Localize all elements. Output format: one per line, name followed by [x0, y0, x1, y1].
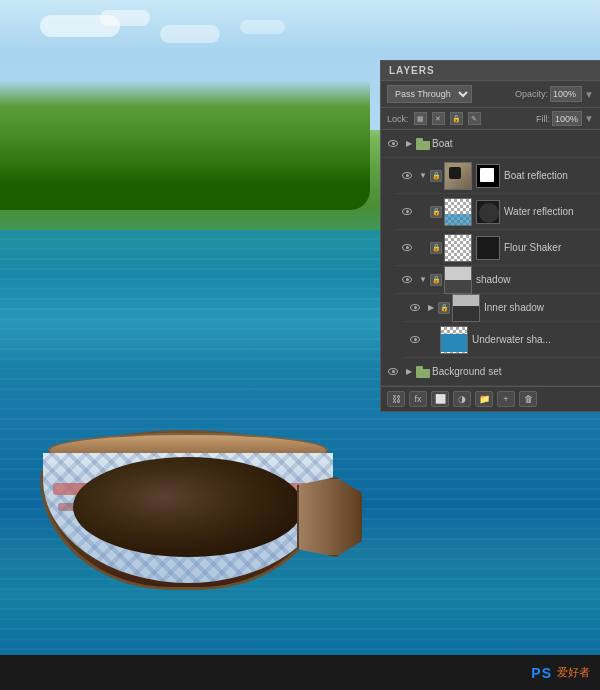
flour-thumb	[444, 234, 472, 262]
boat-group-name: Boat	[432, 138, 596, 149]
expand-wr[interactable]	[417, 206, 429, 218]
underwater-name: Underwater sha...	[472, 334, 596, 345]
expand-flour	[417, 242, 429, 254]
layers-bottom-toolbar: ⛓ fx ⬜ ◑ 📁 + 🗑	[381, 386, 600, 411]
bottom-bar: PS 爱好者	[0, 655, 600, 690]
fill-label: Fill:	[536, 114, 550, 124]
trees	[0, 80, 370, 210]
fill-arrow[interactable]: ▼	[584, 113, 594, 124]
expand-background[interactable]: ▶	[403, 366, 415, 378]
bg-icons	[416, 366, 430, 378]
expand-underwater	[425, 334, 437, 346]
layers-toolbar: Pass Through Opacity: ▼	[381, 81, 600, 108]
boat-reflection-mask	[476, 164, 500, 188]
boat-layer-icons	[416, 138, 430, 150]
ps-logo: PS	[531, 665, 552, 681]
flour-name: Flour Shaker	[504, 242, 596, 253]
fill-input[interactable]	[552, 111, 582, 126]
expand-boat-reflection[interactable]: ▼	[417, 170, 429, 182]
lock-icon-wr: 🔒	[430, 206, 442, 218]
inner-shadow-name: Inner shadow	[484, 302, 596, 313]
eye-boat-reflection[interactable]	[399, 168, 415, 184]
eye-water-reflection[interactable]	[399, 204, 415, 220]
bowl-inner	[73, 457, 303, 557]
new-folder-btn[interactable]: 📁	[475, 391, 493, 407]
layer-background-set[interactable]: ▶ Background set	[381, 358, 600, 386]
flour-icons: 🔒	[430, 242, 442, 254]
layer-flour-shaker[interactable]: 🔒 Flour Shaker	[395, 230, 600, 266]
lock-all-icon[interactable]: 🔒	[450, 112, 463, 125]
inner-shadow-icons: 🔒	[438, 302, 450, 314]
eye-boat[interactable]	[385, 136, 401, 152]
eye-flour[interactable]	[399, 240, 415, 256]
expand-shadow[interactable]: ▼	[417, 274, 429, 286]
layer-inner-shadow[interactable]: ▶ 🔒 Inner shadow	[403, 294, 600, 322]
layer-boat-reflection[interactable]: ▼ 🔒 Boat reflection	[395, 158, 600, 194]
opacity-input[interactable]	[550, 86, 582, 102]
water-reflection-name: Water reflection	[504, 206, 596, 217]
eye-inner-shadow[interactable]	[407, 300, 423, 316]
water-reflection-mask	[476, 200, 500, 224]
flour-mask	[476, 236, 500, 260]
layer-shadow-group[interactable]: ▼ 🔒 shadow	[395, 266, 600, 294]
blend-mode-select[interactable]: Pass Through	[387, 85, 472, 103]
cloud-2	[100, 10, 150, 26]
lock-icon-br: 🔒	[430, 170, 442, 182]
eye-background[interactable]	[385, 364, 401, 380]
inner-shadow-thumb	[452, 294, 480, 322]
layer-water-reflection[interactable]: 🔒 Water reflection	[395, 194, 600, 230]
folder-icon-boat	[416, 138, 430, 150]
layers-lock-bar: Lock: ▦ ✕ 🔒 ✎ Fill: ▼	[381, 108, 600, 130]
cloud-3	[160, 25, 220, 43]
folder-icon-bg	[416, 366, 430, 378]
layer-underwater[interactable]: Underwater sha...	[403, 322, 600, 358]
wr-icons: 🔒	[430, 206, 442, 218]
bowl-outer-shell	[40, 430, 330, 590]
layers-title: LAYERS	[389, 65, 435, 76]
lock-position-icon[interactable]: ✕	[432, 112, 445, 125]
lock-icon-flour: 🔒	[430, 242, 442, 254]
new-layer-btn[interactable]: +	[497, 391, 515, 407]
shadow-thumb	[444, 266, 472, 294]
boat-reflection-icons: 🔒	[430, 170, 442, 182]
bowl-handle	[297, 477, 362, 557]
lock-pixels-icon[interactable]: ▦	[414, 112, 427, 125]
adjustment-btn[interactable]: ◑	[453, 391, 471, 407]
water-reflection-thumb	[444, 198, 472, 226]
lock-label: Lock:	[387, 114, 409, 124]
opacity-group: Opacity: ▼	[515, 86, 594, 102]
shadow-name: shadow	[476, 274, 596, 285]
opacity-arrow[interactable]: ▼	[584, 89, 594, 100]
layer-boat-group[interactable]: ▶ Boat	[381, 130, 600, 158]
mask-btn[interactable]: ⬜	[431, 391, 449, 407]
eye-shadow[interactable]	[399, 272, 415, 288]
layers-panel: LAYERS Pass Through Opacity: ▼ Lock: ▦ ✕…	[380, 60, 600, 412]
cloud-4	[240, 20, 285, 34]
boat-reflection-thumb	[444, 162, 472, 190]
lock-icon-is: 🔒	[438, 302, 450, 314]
opacity-label: Opacity:	[515, 89, 548, 99]
expand-boat[interactable]: ▶	[403, 138, 415, 150]
background-set-name: Background set	[432, 366, 596, 377]
link-layers-btn[interactable]: ⛓	[387, 391, 405, 407]
underwater-thumb	[440, 326, 468, 354]
lock-icon-sh: 🔒	[430, 274, 442, 286]
fill-group: Fill: ▼	[536, 111, 594, 126]
eye-underwater[interactable]	[407, 332, 423, 348]
watermark-text: 爱好者	[557, 665, 590, 680]
fx-btn[interactable]: fx	[409, 391, 427, 407]
layers-panel-header: LAYERS	[381, 61, 600, 81]
bowl-object	[30, 370, 350, 590]
lock-art-icon[interactable]: ✎	[468, 112, 481, 125]
delete-btn[interactable]: 🗑	[519, 391, 537, 407]
boat-reflection-name: Boat reflection	[504, 170, 596, 181]
shadow-icons: 🔒	[430, 274, 442, 286]
expand-inner-shadow[interactable]: ▶	[425, 302, 437, 314]
